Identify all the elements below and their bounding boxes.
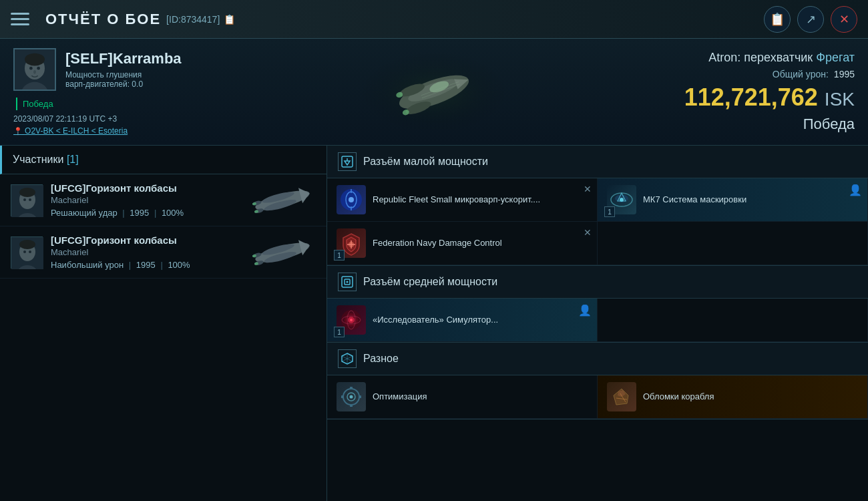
player-left: [SELF]Karramba Мощность глушения варп-дв… xyxy=(13,48,200,136)
slot-item-optimization[interactable]: Оптимизация xyxy=(327,375,598,419)
slot-item-mid-empty xyxy=(598,299,868,342)
machariel-ship-2 xyxy=(249,236,316,269)
svg-marker-48 xyxy=(345,161,350,165)
svg-point-37 xyxy=(29,251,31,253)
timestamp: 2023/08/07 22:11:19 UTC +3 xyxy=(13,114,200,124)
svg-rect-80 xyxy=(359,395,361,398)
participant-info: [UFCG]Горизонт колбасы Machariel Решающи… xyxy=(51,182,249,218)
participant-ship-image-2 xyxy=(249,236,316,269)
low-power-grid: Republic Fleet Small микроварп-ускорит..… xyxy=(327,178,868,266)
player-info: [SELF]Karramba Мощность глушения варп-дв… xyxy=(65,50,182,89)
player-stat-label: Мощность глушения варп-двигателей: 0.0 xyxy=(65,70,182,89)
svg-rect-77 xyxy=(350,387,353,389)
svg-point-5 xyxy=(37,67,40,70)
battle-id: [ID:8734417] xyxy=(166,14,220,25)
slot-item-investigator[interactable]: 1 «Исследователь» Симулятор... 👤 xyxy=(327,299,598,342)
slot-item-icon-mk7: 1 xyxy=(607,185,636,214)
qty-badge-investigator: 1 xyxy=(334,327,345,337)
slot-item-person-mk7: 👤 xyxy=(849,184,862,196)
isk-row: 112,721,762 ISK xyxy=(684,84,855,112)
slot-item-republic-fleet[interactable]: Republic Fleet Small микроварп-ускорит..… xyxy=(327,178,598,222)
slot-item-name-optimization: Оптимизация xyxy=(373,391,427,403)
header: ОТЧЁТ О БОЕ [ID:8734417] 📋 📋 ↗ ✕ xyxy=(0,0,868,39)
export-button[interactable]: ↗ xyxy=(797,6,824,33)
slot-item-federation-navy[interactable]: 1 Federation Navy Damage Control ✕ xyxy=(327,222,598,265)
participant-ship: Machariel xyxy=(51,195,249,205)
slot-item-icon-republic xyxy=(337,185,366,214)
participant-name: [UFCG]Горизонт колбасы xyxy=(51,182,249,194)
low-power-icon xyxy=(338,152,357,171)
slot-item-name-debris: Обломки корабля xyxy=(643,391,714,403)
qty-badge-mk7: 1 xyxy=(604,206,615,217)
copy-button[interactable]: 📋 xyxy=(764,6,791,33)
svg-point-6 xyxy=(33,70,36,74)
slot-item-name-republic: Republic Fleet Small микроварп-ускорит..… xyxy=(373,194,540,206)
svg-point-22 xyxy=(23,198,26,201)
participant-avatar-image-2 xyxy=(11,237,43,269)
participant-ship-image xyxy=(249,184,316,217)
svg-rect-78 xyxy=(350,404,353,407)
ship-type: Atron: перехватчик Фрегат xyxy=(708,51,855,65)
participant-avatar xyxy=(11,184,43,216)
player-panel: [SELF]Karramba Мощность глушения варп-дв… xyxy=(0,39,868,146)
participant-ship-2: Machariel xyxy=(51,247,249,257)
qty-badge-fed: 1 xyxy=(334,250,345,261)
player-right: Atron: перехватчик Фрегат Общий урон: 19… xyxy=(668,48,855,136)
bottom-section: Участники [1] [UFCG]Го xyxy=(0,146,868,501)
svg-point-4 xyxy=(29,67,33,70)
slot-item-name-mk7: МК7 Система маскировки xyxy=(643,194,746,206)
svg-point-35 xyxy=(19,240,35,249)
damage-row: Общий урон: 1995 xyxy=(773,69,855,79)
slot-item-mk7[interactable]: 1 МК7 Система маскировки 👤 xyxy=(598,178,868,222)
location-link[interactable]: O2V-BK < E-ILCH < Esoteria xyxy=(13,126,200,136)
page-title: ОТЧЁТ О БОЕ xyxy=(45,11,161,28)
header-actions: 📋 ↗ ✕ xyxy=(764,6,857,33)
slot-item-close-republic[interactable]: ✕ xyxy=(584,184,592,194)
ship-area xyxy=(200,48,668,136)
misc-header: Разное xyxy=(327,343,868,375)
slot-item-close-federation[interactable]: ✕ xyxy=(584,227,592,238)
ship-container xyxy=(354,49,514,136)
participant-avatar-image xyxy=(11,185,43,217)
participant-stats-2: Наибольший урон | 1995 | 100% xyxy=(51,260,249,270)
svg-point-3 xyxy=(25,53,45,66)
slot-item-name-federation: Federation Navy Damage Control xyxy=(373,237,502,249)
slot-item-debris[interactable]: Обломки корабля xyxy=(598,375,868,419)
result-text: Победа xyxy=(803,116,855,133)
participants-title: Участники [1] xyxy=(13,154,79,166)
svg-point-23 xyxy=(29,198,31,201)
misc-icon xyxy=(338,349,357,368)
misc-title: Разное xyxy=(363,353,399,365)
participants-panel: Участники [1] [UFCG]Го xyxy=(0,146,327,501)
svg-rect-79 xyxy=(341,395,344,398)
low-power-header: Разъём малой мощности xyxy=(327,146,868,178)
participant-avatar xyxy=(11,236,43,269)
participant-name-2: [UFCG]Горизонт колбасы xyxy=(51,234,249,246)
participant-info-2: [UFCG]Горизонт колбасы Machariel Наиболь… xyxy=(51,234,249,270)
menu-button[interactable] xyxy=(11,7,35,31)
mid-power-grid: 1 «Исследователь» Симулятор... 👤 xyxy=(327,299,868,343)
svg-point-76 xyxy=(350,395,353,399)
mid-power-title: Разъём средней мощности xyxy=(363,276,497,288)
svg-point-63 xyxy=(347,281,349,283)
participant-card: [UFCG]Горизонт колбасы Machariel Наиболь… xyxy=(0,226,327,279)
svg-point-67 xyxy=(350,319,353,321)
slot-item-person-investigator: 👤 xyxy=(578,304,592,317)
victory-badge: Победа xyxy=(16,98,200,110)
low-power-title: Разъём малой мощности xyxy=(363,156,488,168)
avatar-image xyxy=(15,48,55,91)
main-content: [SELF]Karramba Мощность глушения варп-дв… xyxy=(0,39,868,501)
slot-item-icon-federation: 1 xyxy=(337,228,366,258)
mid-power-icon xyxy=(338,273,357,291)
machariel-ship xyxy=(249,184,316,217)
player-name: [SELF]Karramba xyxy=(65,50,182,67)
copy-icon[interactable]: 📋 xyxy=(224,14,235,25)
close-button[interactable]: ✕ xyxy=(831,6,857,33)
misc-grid: Оптимизация Обломки корабля xyxy=(327,375,868,420)
ship-image xyxy=(354,49,514,136)
slots-panel: Разъём малой мощности Republic Fle xyxy=(327,146,868,501)
slot-item-icon-optimization xyxy=(337,382,366,411)
player-name-row: [SELF]Karramba Мощность глушения варп-дв… xyxy=(13,48,200,91)
svg-point-36 xyxy=(23,251,26,253)
svg-point-21 xyxy=(19,188,35,197)
